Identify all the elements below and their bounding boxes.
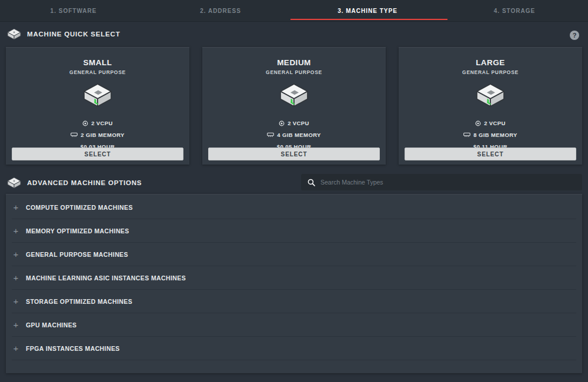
- select-large-button[interactable]: SELECT: [405, 148, 576, 160]
- group-label: MEMORY OPTIMIZED MACHINES: [26, 227, 129, 234]
- vcpu-value: 2 VCPU: [484, 120, 506, 126]
- vcpu-value: 2 VCPU: [91, 120, 113, 126]
- machine-search: [301, 174, 582, 190]
- server-cube-icon: [7, 28, 21, 40]
- select-small-button[interactable]: SELECT: [12, 148, 183, 160]
- group-label: GENERAL PURPOSE MACHINES: [26, 251, 128, 258]
- spec-vcpu: 2 VCPU: [399, 120, 582, 126]
- group-ml-asic-instances[interactable]: + MACHINE LEARNING ASIC INSTANCES MACHIN…: [12, 266, 576, 290]
- plus-icon: +: [13, 203, 19, 212]
- machine-groups-panel: + COMPUTE OPTIMIZED MACHINES + MEMORY OP…: [6, 194, 582, 373]
- group-gpu[interactable]: + GPU MACHINES: [12, 313, 576, 337]
- group-compute-optimized[interactable]: + COMPUTE OPTIMIZED MACHINES: [12, 196, 576, 219]
- cpu-icon: [82, 120, 88, 126]
- group-fpga-instances[interactable]: + FPGA INSTANCES MACHINES: [12, 337, 576, 360]
- search-input[interactable]: [320, 179, 576, 186]
- card-title: LARGE: [399, 58, 582, 67]
- cpu-icon: [279, 120, 285, 126]
- group-label: MACHINE LEARNING ASIC INSTANCES MACHINES: [26, 274, 186, 282]
- tab-machine-type[interactable]: 3. MACHINE TYPE: [294, 0, 441, 21]
- group-memory-optimized[interactable]: + MEMORY OPTIMIZED MACHINES: [12, 219, 576, 243]
- quick-select-cards: SMALL GENERAL PURPOSE 2 VCPU 2 GIB: [6, 47, 582, 165]
- spec-memory: 4 GIB MEMORY: [202, 132, 386, 138]
- card-category: GENERAL PURPOSE: [399, 69, 582, 75]
- spec-memory: 2 GIB MEMORY: [6, 132, 189, 138]
- group-label: STORAGE OPTIMIZED MACHINES: [26, 298, 132, 305]
- wizard-stepper: 1. SOFTWARE 2. ADDRESS 3. MACHINE TYPE 4…: [0, 0, 588, 22]
- help-icon[interactable]: ?: [570, 31, 579, 40]
- cpu-icon: [475, 120, 481, 126]
- memory-value: 4 GIB MEMORY: [277, 132, 321, 138]
- group-general-purpose[interactable]: + GENERAL PURPOSE MACHINES: [12, 243, 576, 266]
- card-category: GENERAL PURPOSE: [202, 69, 386, 75]
- plus-icon: +: [13, 273, 19, 282]
- select-medium-button[interactable]: SELECT: [208, 148, 380, 160]
- server-cube-icon: [280, 83, 308, 108]
- plus-icon: +: [13, 226, 19, 235]
- card-title: MEDIUM: [202, 58, 386, 67]
- memory-value: 2 GIB MEMORY: [81, 132, 125, 138]
- spec-vcpu: 2 VCPU: [202, 120, 386, 126]
- machine-card-medium: MEDIUM GENERAL PURPOSE 2 VCPU 4 GIB: [202, 47, 386, 165]
- spec-memory: 8 GIB MEMORY: [399, 132, 582, 138]
- group-label: GPU MACHINES: [26, 321, 76, 329]
- quick-select-title: MACHINE QUICK SELECT: [27, 31, 120, 38]
- server-cube-icon: [83, 83, 112, 108]
- machine-card-large: LARGE GENERAL PURPOSE 2 VCPU 8 GIB: [399, 47, 582, 165]
- server-cube-icon: [7, 177, 21, 189]
- tab-storage[interactable]: 4. STORAGE: [441, 0, 588, 21]
- vcpu-value: 2 VCPU: [288, 120, 309, 126]
- card-category: GENERAL PURPOSE: [6, 69, 189, 75]
- group-label: FPGA INSTANCES MACHINES: [26, 345, 120, 352]
- group-storage-optimized[interactable]: + STORAGE OPTIMIZED MACHINES: [12, 290, 576, 313]
- memory-value: 8 GIB MEMORY: [473, 132, 517, 138]
- search-icon: [308, 179, 315, 186]
- memory-icon: [463, 132, 470, 138]
- card-title: SMALL: [6, 58, 189, 67]
- spec-vcpu: 2 VCPU: [6, 120, 189, 126]
- tab-address[interactable]: 2. ADDRESS: [147, 0, 294, 21]
- memory-icon: [267, 132, 274, 138]
- tab-software[interactable]: 1. SOFTWARE: [0, 0, 147, 21]
- plus-icon: +: [13, 297, 19, 306]
- advanced-options-header: ADVANCED MACHINE OPTIONS: [7, 176, 142, 189]
- advanced-options-title: ADVANCED MACHINE OPTIONS: [27, 179, 142, 186]
- group-label: COMPUTE OPTIMIZED MACHINES: [26, 204, 133, 211]
- plus-icon: +: [13, 344, 19, 353]
- server-cube-icon: [476, 83, 505, 108]
- machine-card-small: SMALL GENERAL PURPOSE 2 VCPU 2 GIB: [6, 47, 189, 165]
- plus-icon: +: [13, 320, 19, 329]
- plus-icon: +: [13, 250, 19, 259]
- quick-select-header: MACHINE QUICK SELECT: [7, 28, 120, 40]
- memory-icon: [71, 132, 78, 138]
- active-tab-underline: [290, 19, 447, 20]
